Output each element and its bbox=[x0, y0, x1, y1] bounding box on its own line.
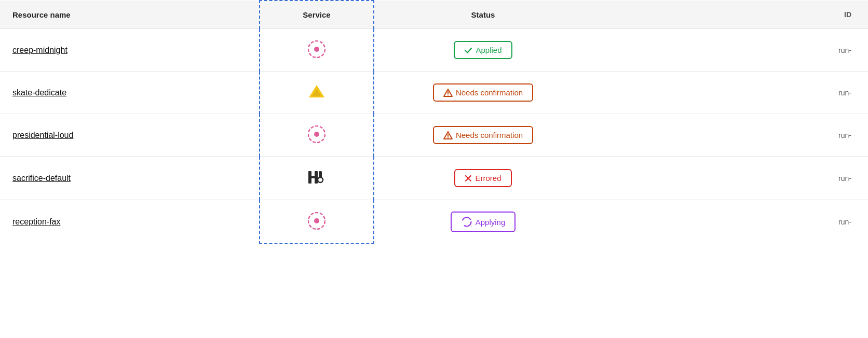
service-icon-cell bbox=[260, 29, 374, 72]
status-cell: Applying bbox=[374, 200, 592, 244]
resource-name-link[interactable]: sacrifice-default bbox=[12, 174, 71, 182]
circleci-icon bbox=[308, 212, 326, 230]
resource-name-link[interactable]: skate-dedicate bbox=[12, 88, 66, 97]
status-badge-applied: Applied bbox=[454, 41, 512, 59]
col-header-resource-name: Resource name bbox=[0, 1, 260, 29]
resource-name-cell: reception-fax bbox=[0, 200, 260, 244]
service-icon-cell bbox=[260, 114, 374, 157]
status-cell: Errored bbox=[374, 157, 592, 200]
table-row: creep-midnight Applied run- bbox=[0, 29, 868, 72]
status-badge-needs-confirmation: Needs confirmation bbox=[433, 83, 533, 102]
status-cell: Needs confirmation bbox=[374, 114, 592, 157]
circleci-icon bbox=[308, 125, 326, 143]
circleci-icon bbox=[308, 40, 326, 58]
vault-icon bbox=[308, 83, 326, 101]
table-row: skate-dedicate Needs confirmation run- bbox=[0, 72, 868, 114]
col-header-service: Service bbox=[260, 1, 374, 29]
col-header-status: Status bbox=[374, 1, 592, 29]
svg-point-11 bbox=[447, 137, 449, 138]
resource-name-cell: sacrifice-default bbox=[0, 157, 260, 200]
resources-table: Resource name Service Status ID creep-mi… bbox=[0, 0, 868, 244]
svg-point-8 bbox=[314, 132, 319, 137]
svg-rect-14 bbox=[315, 171, 318, 184]
status-cell: Applied bbox=[374, 29, 592, 72]
svg-point-20 bbox=[314, 218, 319, 223]
table-row: sacrifice-default Errored run- bbox=[0, 157, 868, 200]
resource-name-cell: skate-dedicate bbox=[0, 72, 260, 114]
hcp-icon bbox=[307, 168, 326, 187]
id-cell: run- bbox=[592, 72, 868, 114]
resource-name-link[interactable]: creep-midnight bbox=[12, 46, 67, 54]
service-icon-cell bbox=[260, 157, 374, 200]
svg-rect-13 bbox=[308, 176, 316, 178]
table-row: reception-fax Applying run- bbox=[0, 200, 868, 244]
id-cell: run- bbox=[592, 157, 868, 200]
resources-table-container: Resource name Service Status ID creep-mi… bbox=[0, 0, 868, 338]
svg-point-1 bbox=[314, 47, 319, 52]
id-cell: run- bbox=[592, 29, 868, 72]
status-badge-errored: Errored bbox=[454, 169, 511, 187]
id-cell: run- bbox=[592, 114, 868, 157]
status-cell: Needs confirmation bbox=[374, 72, 592, 114]
status-badge-applying: Applying bbox=[451, 212, 516, 232]
id-cell: run- bbox=[592, 200, 868, 244]
service-icon-cell bbox=[260, 72, 374, 114]
resource-name-link[interactable]: reception-fax bbox=[12, 217, 61, 226]
svg-point-21 bbox=[462, 218, 471, 227]
resource-name-cell: presidential-loud bbox=[0, 114, 260, 157]
table-row: presidential-loud Needs confirmation run… bbox=[0, 114, 868, 157]
service-icon-cell bbox=[260, 200, 374, 244]
resource-name-link[interactable]: presidential-loud bbox=[12, 131, 73, 139]
svg-point-6 bbox=[447, 94, 449, 95]
status-badge-needs-confirmation: Needs confirmation bbox=[433, 126, 533, 144]
resource-name-cell: creep-midnight bbox=[0, 29, 260, 72]
col-header-id: ID bbox=[592, 1, 868, 29]
table-header-row: Resource name Service Status ID bbox=[0, 1, 868, 29]
